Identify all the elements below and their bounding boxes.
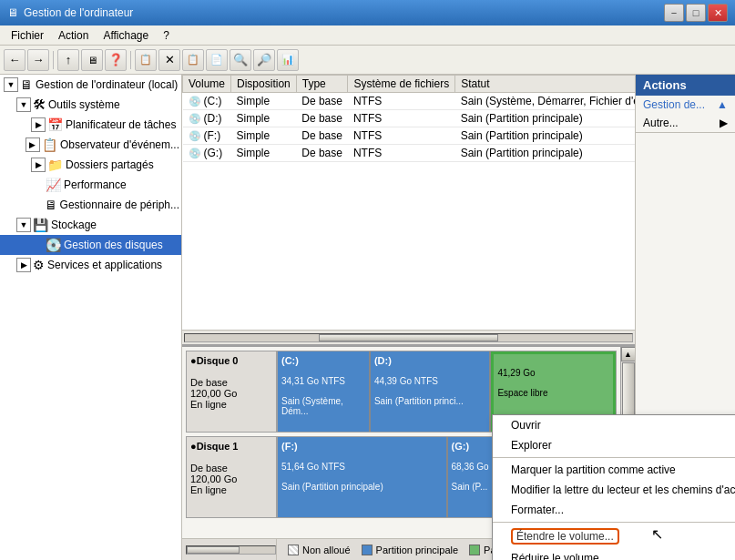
obs-expander[interactable]: ▶ (26, 137, 40, 152)
h-scroll-thumb[interactable] (319, 334, 497, 341)
properties-button[interactable]: 📋 (182, 49, 204, 71)
cell-volume: 💿(G:) (183, 145, 231, 162)
tree-item-dossiers[interactable]: ▶ 📁 Dossiers partagés (0, 155, 181, 175)
dossiers-expander[interactable]: ▶ (31, 158, 46, 172)
root-expander[interactable]: ▼ (4, 77, 18, 92)
cell-type: De base (296, 110, 348, 127)
cell-disposition: Simple (231, 93, 297, 110)
cell-type: De base (296, 127, 348, 145)
maximize-button[interactable]: □ (686, 4, 706, 22)
window-title: Gestion de l'ordinateur (24, 6, 133, 19)
action-autre[interactable]: Autre... ▶ (636, 114, 735, 132)
toolbar-sep-1 (53, 51, 54, 69)
obs-label: Observateur d'événem... (60, 138, 179, 151)
horizontal-scrollbar[interactable] (182, 330, 635, 344)
ctx-etendre-label: Étendre le volume... (511, 528, 619, 545)
col-statut: Statut (455, 76, 635, 93)
cell-statut: Sain (Partition principale) (455, 127, 635, 145)
tree-item-gest[interactable]: 🖥 Gestionnaire de périph... (0, 195, 181, 215)
tree-item-disques[interactable]: 💽 Gestion des disques (0, 235, 181, 255)
planif-expander[interactable]: ▶ (31, 117, 46, 132)
help-button[interactable]: ❓ (105, 49, 127, 71)
context-menu: Ouvrir Explorer Marquer la partition com… (492, 414, 735, 560)
ctx-sep-1 (493, 457, 735, 458)
export-list-button[interactable]: 📋 (135, 49, 157, 71)
back-button[interactable]: ← (4, 49, 26, 71)
table-row[interactable]: 💿(F:)SimpleDe baseNTFSSain (Partition pr… (183, 127, 636, 145)
outils-expander[interactable]: ▼ (16, 97, 31, 112)
menu-action[interactable]: Action (51, 27, 96, 44)
cell-fs: NTFS (348, 127, 455, 145)
outils-icon: 🛠 (33, 97, 46, 112)
ctx-modifier[interactable]: Modifier la lettre du lecteur et les che… (493, 480, 735, 500)
scroll-up-arrow[interactable]: ▲ (621, 347, 636, 361)
cell-volume: 💿(F:) (183, 127, 231, 145)
action-autre-label: Autre... (643, 117, 679, 129)
col-fs: Système de fichiers (348, 76, 455, 93)
disk-table: Volume Disposition Type Système de fichi… (182, 75, 635, 330)
filter-button[interactable]: 🔎 (253, 49, 275, 71)
chart-button[interactable]: 📊 (277, 49, 299, 71)
ctx-reduire[interactable]: Réduire le volume... (493, 548, 735, 560)
actions-header: Actions (636, 75, 735, 96)
action-gestion-arrow: ▲ (717, 98, 728, 111)
cell-fs: NTFS (348, 145, 455, 162)
cell-statut: Sain (Système, Démarrer, Fichier d'éc... (455, 93, 635, 110)
action-gestion[interactable]: Gestion de... ▲ (636, 96, 735, 114)
menu-help[interactable]: ? (156, 27, 177, 44)
table-row[interactable]: 💿(D:)SimpleDe baseNTFSSain (Partition pr… (183, 110, 636, 127)
partition[interactable]: (D:)44,39 Go NTFSSain (Partition princi.… (371, 351, 492, 432)
status-h-scroll[interactable] (186, 545, 276, 555)
tree-item-outils[interactable]: ▼ 🛠 Outils système (0, 95, 181, 115)
app-icon: 🖥 (7, 6, 18, 19)
cell-volume: 💿(D:) (183, 110, 231, 127)
tree-item-stockage[interactable]: ▼ 💾 Stockage (0, 215, 181, 235)
show-hide-button[interactable]: 🖥 (81, 49, 103, 71)
tree-item-services[interactable]: ▶ ⚙ Services et applications (0, 255, 181, 275)
partition[interactable]: (F:)51,64 Go NTFSSain (Partition princip… (278, 437, 448, 517)
menu-affichage[interactable]: Affichage (96, 27, 156, 44)
table-row[interactable]: 💿(G:)SimpleDe baseNTFSSain (Partition pr… (183, 145, 636, 162)
tree-item-perf[interactable]: 📈 Performance (0, 175, 181, 195)
tree-item-obs[interactable]: ▶ 📋 Observateur d'événem... (0, 135, 181, 155)
perf-icon: 📈 (46, 178, 61, 192)
delete-button[interactable]: ✕ (158, 49, 180, 71)
col-type: Type (296, 76, 348, 93)
new-window-button[interactable]: 📄 (206, 49, 228, 71)
minimize-button[interactable]: − (664, 4, 684, 22)
services-expander[interactable]: ▶ (16, 258, 31, 272)
services-label: Services et applications (47, 259, 162, 271)
title-bar: 🖥 Gestion de l'ordinateur − □ ✕ (0, 0, 735, 25)
ctx-explorer[interactable]: Explorer (493, 435, 735, 455)
ctx-etendre[interactable]: Étendre le volume... (493, 524, 735, 548)
partition[interactable]: (C:)34,31 Go NTFSSain (Système, Dém... (278, 351, 371, 432)
table-row[interactable]: 💿(C:)SimpleDe baseNTFSSain (Système, Dém… (183, 93, 636, 110)
dossiers-label: Dossiers partagés (66, 158, 154, 171)
window-controls: − □ ✕ (664, 4, 728, 22)
up-button[interactable]: ↑ (57, 49, 79, 71)
action-autre-arrow: ▶ (720, 117, 728, 129)
ctx-ouvrir[interactable]: Ouvrir (493, 415, 735, 435)
ctx-sep-2 (493, 522, 735, 523)
stockage-expander[interactable]: ▼ (16, 218, 31, 232)
forward-button[interactable]: → (27, 49, 49, 71)
ctx-formater[interactable]: Formater... (493, 500, 735, 520)
legend-unallocated-box (288, 545, 299, 555)
legend-primary-label: Partition principale (376, 545, 459, 555)
status-scroll-thumb[interactable] (187, 546, 240, 554)
cell-type: De base (296, 93, 348, 110)
col-volume: Volume (183, 76, 231, 93)
tree-item-planif[interactable]: ▶ 📅 Planificateur de tâches (0, 115, 181, 135)
gest-label: Gestionnaire de périph... (60, 199, 179, 211)
find-button[interactable]: 🔍 (230, 49, 251, 71)
close-button[interactable]: ✕ (708, 4, 728, 22)
ctx-marquer[interactable]: Marquer la partition comme active (493, 460, 735, 480)
services-icon: ⚙ (33, 258, 45, 272)
h-scroll-track[interactable] (184, 333, 633, 342)
col-disposition: Disposition (231, 76, 297, 93)
status-scroll-left (186, 539, 277, 560)
cell-disposition: Simple (231, 110, 297, 127)
cell-disposition: Simple (231, 145, 297, 162)
tree-root[interactable]: ▼ 🖥 Gestion de l'ordinateur (local) (0, 75, 181, 95)
menu-fichier[interactable]: Fichier (4, 27, 51, 44)
